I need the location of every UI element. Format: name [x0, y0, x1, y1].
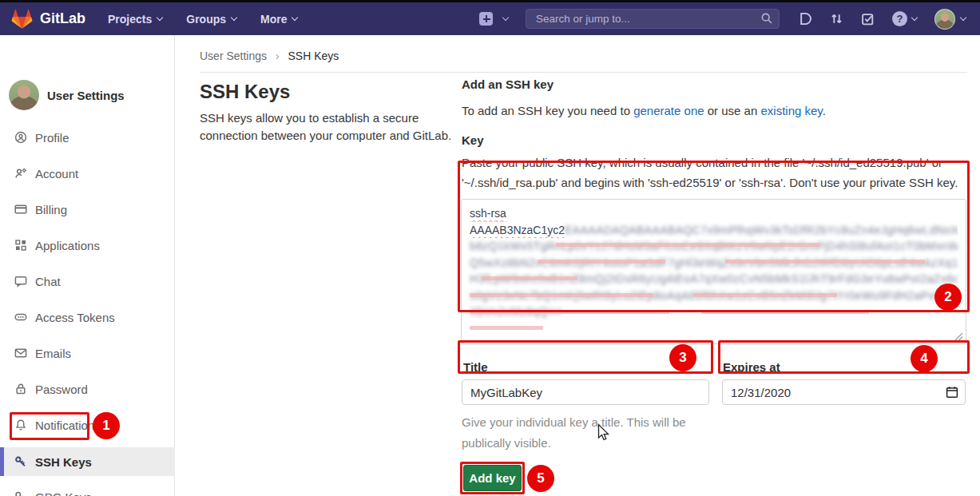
sidebar-title: User Settings — [47, 89, 125, 102]
sidebar-item-emails[interactable]: Emails — [0, 339, 175, 367]
plus-icon — [479, 12, 493, 26]
breadcrumb-separator: › — [276, 50, 280, 62]
redaction-mark — [556, 243, 819, 247]
merge-requests-button[interactable] — [830, 12, 843, 26]
brand-name[interactable]: GitLab — [40, 10, 85, 27]
user-avatar — [934, 9, 955, 30]
resize-handle[interactable] — [954, 332, 963, 341]
user-menu-button[interactable] — [934, 9, 966, 30]
issues-button[interactable] — [799, 12, 812, 26]
profile-avatar — [9, 80, 39, 110]
user-circle-icon — [14, 131, 27, 144]
sidebar-item-billing[interactable]: Billing — [0, 195, 175, 224]
page-title: SSH Keys — [200, 81, 290, 103]
settings-sidebar: User Settings Profile Account — [0, 35, 175, 496]
sidebar-item-profile[interactable]: Profile — [0, 123, 175, 152]
todos-button[interactable] — [861, 12, 875, 26]
form-heading: Add an SSH key — [462, 77, 553, 91]
annotation-badge-4: 4 — [911, 345, 938, 372]
lock-icon — [14, 383, 27, 395]
sidebar-item-notifications[interactable]: Notifications — [0, 411, 175, 439]
user-gear-icon — [14, 167, 27, 180]
redaction-mark — [470, 293, 653, 297]
key-field-help: Paste your public SSH key, which is usua… — [462, 153, 963, 192]
merge-requests-icon — [830, 12, 843, 26]
active-indicator — [0, 447, 4, 476]
ssh-key-textarea[interactable]: ssh-rsa AAAAB3NzaC1yc2EAAAADAQABAAABAQC7… — [461, 199, 966, 344]
token-pill-icon — [14, 311, 27, 323]
expires-value: 12/31/2020 — [731, 386, 946, 399]
chevron-down-icon — [911, 14, 918, 21]
chevron-down-icon — [157, 14, 163, 21]
title-field-label: Title — [463, 360, 488, 374]
sidebar-item-chat[interactable]: Chat — [0, 267, 175, 296]
annotation-badge-3: 3 — [669, 344, 696, 371]
sidebar-item-applications[interactable]: Applications — [0, 231, 175, 260]
new-menu-button[interactable] — [479, 12, 508, 26]
key-icon — [14, 455, 27, 468]
add-key-button[interactable]: Add key — [463, 465, 522, 491]
bell-icon — [14, 419, 27, 431]
nav-groups[interactable]: Groups — [186, 13, 236, 26]
breadcrumb-ssh-keys: SSH Keys — [288, 50, 339, 62]
issues-icon — [799, 12, 812, 26]
chevron-down-icon — [502, 14, 509, 21]
redaction-mark — [538, 260, 665, 264]
sidebar-item-gpg-keys[interactable]: GPG Keys — [0, 482, 175, 496]
help-menu-button[interactable]: ? — [892, 11, 917, 26]
main-content: User Settings › SSH Keys SSH Keys SSH ke… — [176, 35, 980, 496]
chat-bubble-icon — [14, 275, 27, 288]
calendar-icon[interactable] — [946, 386, 958, 399]
sidebar-item-ssh-keys[interactable]: SSH Keys — [0, 447, 175, 476]
form-intro: To add an SSH key you need to generate o… — [462, 104, 826, 117]
envelope-icon — [14, 347, 27, 359]
redaction-mark — [470, 310, 669, 314]
title-input[interactable] — [462, 379, 709, 405]
sidebar-item-password[interactable]: Password — [0, 375, 175, 403]
gitlab-logo-icon[interactable] — [11, 9, 33, 30]
todos-icon — [861, 12, 875, 26]
gitlab-ssh-keys-page: GitLab Projects Groups More — [0, 0, 980, 496]
nav-projects[interactable]: Projects — [108, 13, 162, 26]
search-icon — [760, 12, 773, 25]
redaction-mark — [693, 293, 837, 297]
sidebar-item-account[interactable]: Account — [0, 159, 175, 188]
annotation-badge-1: 1 — [93, 412, 120, 439]
key-icon — [14, 490, 27, 496]
expires-field-label: Expires at — [723, 360, 780, 374]
redaction-mark — [470, 326, 543, 330]
breadcrumb-divider — [200, 72, 967, 73]
help-icon: ? — [892, 11, 907, 26]
generate-one-link[interactable]: generate one — [633, 104, 704, 117]
breadcrumb-user-settings[interactable]: User Settings — [200, 50, 267, 62]
expires-input[interactable]: 12/31/2020 — [722, 379, 966, 405]
top-navbar: GitLab Projects Groups More — [0, 2, 980, 35]
credit-card-icon — [14, 203, 27, 216]
search-input[interactable] — [526, 9, 780, 29]
key-field-label: Key — [462, 133, 484, 147]
redaction-mark — [725, 260, 925, 264]
chevron-down-icon — [960, 14, 966, 21]
existing-key-link[interactable]: existing key — [760, 104, 822, 117]
annotation-badge-2: 2 — [934, 284, 962, 311]
annotation-badge-5: 5 — [527, 465, 554, 492]
nav-more[interactable]: More — [260, 13, 297, 26]
redaction-mark — [482, 276, 577, 280]
chevron-down-icon — [292, 14, 298, 21]
redaction-mark — [701, 310, 869, 314]
grid-icon — [14, 239, 27, 252]
page-description: SSH keys allow you to establish a secure… — [200, 109, 463, 145]
breadcrumb: User Settings › SSH Keys — [200, 50, 339, 62]
sidebar-item-access-tokens[interactable]: Access Tokens — [0, 303, 175, 331]
title-field-help: Give your individual key a title. This w… — [462, 412, 729, 454]
chevron-down-icon — [231, 14, 237, 21]
